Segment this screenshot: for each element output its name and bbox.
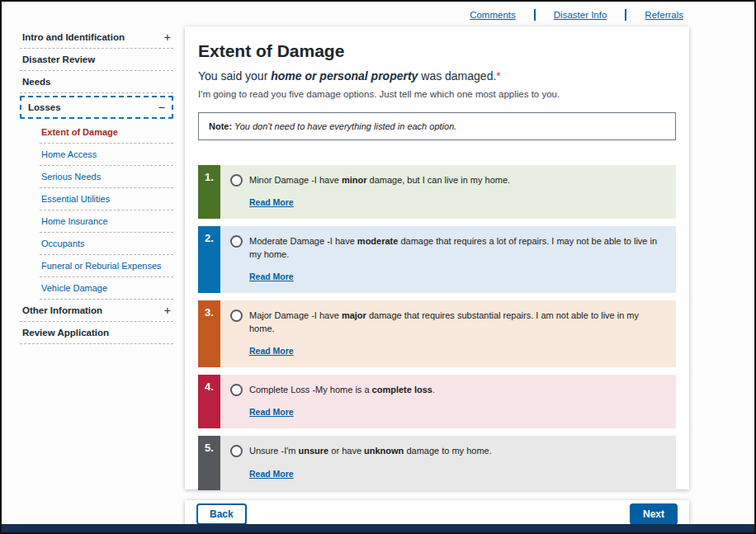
sidebar-item-label: Intro and Identification	[22, 32, 125, 42]
option-label: Minor Damage -I have minor damage, but I…	[249, 174, 510, 187]
question-text-emphasis: home or personal property	[271, 69, 418, 83]
note-box: Note: You don't need to have everything …	[198, 112, 676, 140]
intro-text: I'm going to read you five damage option…	[198, 89, 676, 99]
expand-icon[interactable]: +	[164, 306, 171, 314]
main-panel: Extent of Damage You said your home or p…	[185, 26, 689, 489]
option-number-badge: 4.	[198, 375, 220, 428]
damage-options-list: 1. Minor Damage -I have minor damage, bu…	[198, 165, 676, 490]
sidebar-item-intro-and-identification[interactable]: Intro and Identification +	[20, 26, 173, 49]
option-radio[interactable]	[230, 310, 243, 322]
sidebar-item-label: Needs	[22, 77, 51, 87]
sidebar-item-label: Disaster Review	[22, 54, 95, 64]
sidebar-item-losses[interactable]: Losses −	[20, 96, 173, 119]
app-window: Comments Disaster Info Referrals Intro a…	[0, 0, 756, 534]
disaster-info-link[interactable]: Disaster Info	[554, 10, 607, 20]
option-radio[interactable]	[230, 235, 243, 248]
sidebar-item-needs[interactable]: Needs	[20, 71, 173, 93]
damage-option-row-3: 3. Major Damage -I have major damage tha…	[198, 300, 676, 367]
nav-divider	[625, 9, 626, 21]
sidebar: Intro and Identification + Disaster Revi…	[20, 26, 173, 344]
damage-option-row-4: 4. Complete Loss -My home is a complete …	[198, 375, 676, 428]
damage-option-row-5: 5. Unsure -I'm unsure or have unknown da…	[198, 436, 676, 489]
note-label: Note:	[209, 121, 232, 131]
sidebar-item-disaster-review[interactable]: Disaster Review	[20, 49, 173, 71]
sidebar-subitem-vehicle-damage[interactable]: Vehicle Damage	[40, 277, 173, 300]
read-more-link[interactable]: Read More	[249, 346, 294, 356]
sidebar-subitem-home-access[interactable]: Home Access	[40, 144, 173, 166]
required-asterisk: *	[496, 69, 500, 83]
comments-link[interactable]: Comments	[470, 10, 516, 20]
read-more-link[interactable]: Read More	[249, 407, 294, 417]
damage-option-row-1: 1. Minor Damage -I have minor damage, bu…	[198, 165, 676, 219]
sidebar-item-other-information[interactable]: Other Information +	[20, 300, 173, 322]
option-body: Unsure -I'm unsure or have unknown damag…	[220, 436, 676, 489]
option-number-badge: 3.	[198, 300, 220, 367]
read-more-link[interactable]: Read More	[249, 197, 294, 207]
option-number-badge: 2.	[198, 226, 220, 293]
option-radio[interactable]	[230, 174, 243, 187]
option-body: Complete Loss -My home is a complete los…	[220, 375, 676, 428]
read-more-link[interactable]: Read More	[249, 469, 294, 479]
top-nav: Comments Disaster Info Referrals	[470, 9, 683, 21]
read-more-link[interactable]: Read More	[249, 272, 294, 281]
sidebar-subitem-extent-of-damage[interactable]: Extent of Damage	[40, 121, 173, 144]
collapse-icon[interactable]: −	[158, 103, 165, 111]
sidebar-subitem-home-insurance[interactable]: Home Insurance	[40, 210, 173, 233]
option-label: Unsure -I'm unsure or have unknown damag…	[249, 445, 492, 457]
question-text: You said your home or personal property …	[198, 69, 676, 83]
option-body: Minor Damage -I have minor damage, but I…	[220, 165, 676, 219]
option-label: Complete Loss -My home is a complete los…	[249, 384, 435, 396]
sidebar-subitem-serious-needs[interactable]: Serious Needs	[40, 166, 173, 188]
sidebar-subitem-essential-utilities[interactable]: Essential Utilities	[40, 188, 173, 210]
sidebar-item-label: Losses	[28, 102, 61, 112]
sidebar-subitem-funeral-or-reburial-expenses[interactable]: Funeral or Reburial Expenses	[40, 255, 173, 277]
referrals-link[interactable]: Referrals	[645, 10, 683, 20]
back-button[interactable]: Back	[196, 503, 247, 525]
option-radio[interactable]	[230, 384, 243, 396]
sidebar-item-label: Other Information	[22, 305, 102, 315]
question-text-post: was damaged.	[418, 69, 496, 83]
footer-bar	[2, 524, 754, 532]
page-title: Extent of Damage	[198, 41, 676, 61]
option-number-badge: 5.	[198, 436, 220, 489]
option-number-badge: 1.	[198, 165, 220, 219]
losses-sublist: Extent of Damage Home Access Serious Nee…	[20, 121, 173, 300]
note-text: You don't need to have everything listed…	[232, 121, 456, 131]
question-text-pre: You said your	[198, 69, 271, 83]
option-body: Moderate Damage -I have moderate damage …	[220, 226, 676, 293]
option-label: Major Damage -I have major damage that r…	[249, 310, 666, 335]
option-label: Moderate Damage -I have moderate damage …	[249, 235, 666, 261]
sidebar-subitem-occupants[interactable]: Occupants	[40, 233, 173, 255]
sidebar-item-label: Review Application	[22, 328, 109, 338]
option-radio[interactable]	[230, 445, 243, 457]
next-button[interactable]: Next	[630, 503, 678, 525]
sidebar-item-review-application[interactable]: Review Application	[20, 322, 173, 344]
damage-option-row-2: 2. Moderate Damage -I have moderate dama…	[198, 226, 676, 293]
option-body: Major Damage -I have major damage that r…	[220, 300, 676, 367]
nav-divider	[534, 9, 536, 21]
expand-icon[interactable]: +	[164, 33, 171, 41]
